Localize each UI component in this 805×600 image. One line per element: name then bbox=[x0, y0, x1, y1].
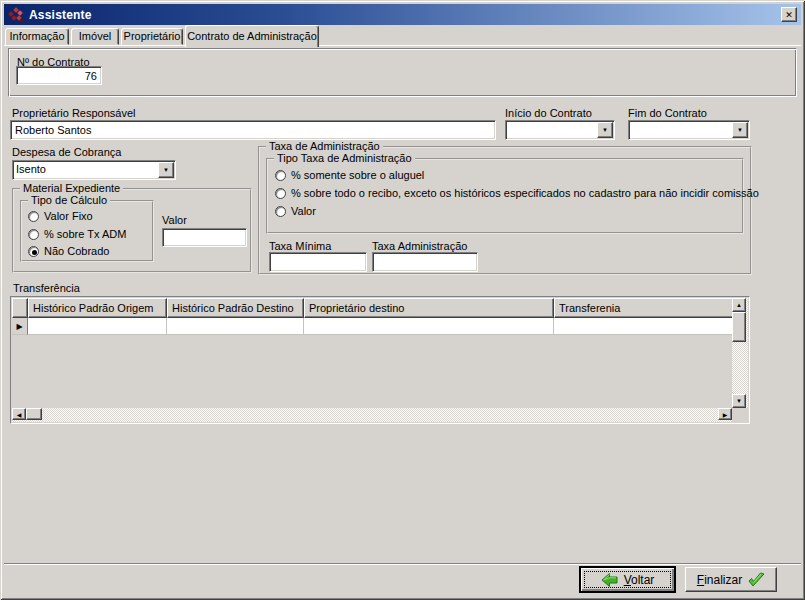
taxa-administracao-group: Taxa de Administração Tipo Taxa de Admin… bbox=[258, 146, 752, 275]
chevron-down-icon[interactable]: ▼ bbox=[597, 122, 613, 138]
contract-number-input[interactable]: 76 bbox=[16, 66, 102, 85]
radio-somente-aluguel[interactable]: % somente sobre o aluguel bbox=[275, 169, 424, 181]
owner-input[interactable]: Roberto Santos bbox=[10, 120, 496, 140]
contract-end-combo[interactable]: ▼ bbox=[628, 120, 750, 140]
tipo-taxa-title: Tipo Taxa de Administração bbox=[274, 152, 415, 164]
grid-header-proprietario[interactable]: Proprietário destino bbox=[304, 298, 554, 318]
grid-header-indicator bbox=[12, 298, 28, 318]
grid-header-row: Histórico Padrão Origem Histórico Padrão… bbox=[12, 298, 732, 318]
vertical-scrollbar[interactable]: ▲ ▼ bbox=[732, 298, 748, 408]
billing-expense-combo[interactable]: Isento ▼ bbox=[12, 160, 176, 180]
vertical-scroll-thumb[interactable] bbox=[732, 312, 746, 342]
grid-header-origem[interactable]: Histórico Padrão Origem bbox=[28, 298, 167, 318]
chevron-down-icon[interactable]: ▼ bbox=[158, 162, 174, 178]
chevron-down-icon[interactable]: ▼ bbox=[732, 122, 748, 138]
taxa-administracao-label: Taxa Administração bbox=[372, 240, 467, 252]
footer-divider bbox=[4, 563, 801, 565]
app-icon bbox=[8, 7, 24, 23]
transfer-grid: Histórico Padrão Origem Histórico Padrão… bbox=[10, 296, 750, 424]
tipo-calculo-group: Tipo de Cálculo Valor Fixo % sobre Tx AD… bbox=[20, 200, 154, 262]
finalizar-button[interactable]: Finalizar bbox=[685, 567, 777, 592]
radio-icon bbox=[275, 188, 286, 199]
tipo-calculo-title: Tipo de Cálculo bbox=[28, 194, 110, 206]
voltar-label: Voltar bbox=[624, 573, 655, 587]
taxa-minima-input[interactable] bbox=[269, 252, 367, 272]
horizontal-scrollbar[interactable]: ◀ ▶ bbox=[12, 408, 732, 422]
contract-start-label: Início do Contrato bbox=[505, 107, 592, 119]
scroll-left-icon[interactable]: ◀ bbox=[12, 408, 26, 420]
check-icon bbox=[748, 572, 765, 588]
contract-start-combo[interactable]: ▼ bbox=[505, 120, 615, 140]
transfer-label: Transferência bbox=[13, 282, 80, 294]
radio-icon bbox=[28, 229, 39, 240]
radio-icon bbox=[28, 211, 39, 222]
close-button[interactable]: ✕ bbox=[781, 7, 797, 22]
taxa-administracao-title: Taxa de Administração bbox=[266, 140, 383, 152]
contract-number-panel: Nº do Contrato 76 bbox=[8, 48, 797, 97]
material-expediente-group: Material Expediente Tipo de Cálculo Valo… bbox=[12, 188, 252, 273]
scroll-down-icon[interactable]: ▼ bbox=[732, 394, 746, 408]
voltar-button[interactable]: Voltar bbox=[580, 567, 675, 592]
material-expediente-title: Material Expediente bbox=[20, 182, 123, 194]
valor-input[interactable] bbox=[162, 228, 247, 247]
table-row[interactable]: ▶ bbox=[12, 318, 732, 335]
tab-informacao[interactable]: Informação bbox=[5, 28, 69, 45]
tipo-taxa-group: Tipo Taxa de Administração % somente sob… bbox=[266, 158, 744, 234]
finalizar-label: Finalizar bbox=[697, 573, 742, 587]
radio-nao-cobrado[interactable]: Não Cobrado bbox=[28, 245, 109, 257]
valor-label: Valor bbox=[162, 214, 187, 226]
titlebar: Assistente ✕ bbox=[4, 4, 801, 25]
back-arrow-icon bbox=[601, 572, 618, 588]
radio-valor[interactable]: Valor bbox=[275, 205, 316, 217]
horizontal-scroll-thumb[interactable] bbox=[26, 408, 42, 420]
taxa-administracao-input[interactable] bbox=[372, 252, 478, 272]
owner-label: Proprietário Responsável bbox=[12, 107, 136, 119]
contract-end-label: Fim do Contrato bbox=[628, 107, 707, 119]
radio-icon bbox=[28, 246, 39, 257]
billing-expense-label: Despesa de Cobrança bbox=[12, 146, 121, 158]
tab-page-edge bbox=[4, 45, 801, 47]
scroll-right-icon[interactable]: ▶ bbox=[718, 408, 732, 420]
radio-valor-fixo[interactable]: Valor Fixo bbox=[28, 210, 93, 222]
radio-icon bbox=[275, 206, 286, 217]
close-icon: ✕ bbox=[785, 10, 793, 20]
tab-strip: Informação Imóvel Proprietário Contrato … bbox=[0, 25, 805, 47]
grid-header-transferencia[interactable]: Transferenia bbox=[554, 298, 734, 318]
tab-contrato-administracao[interactable]: Contrato de Administração bbox=[185, 25, 319, 47]
radio-sobre-tx-adm[interactable]: % sobre Tx ADM bbox=[28, 228, 126, 240]
window-title: Assistente bbox=[29, 8, 92, 22]
grid-header-destino[interactable]: Histórico Padrão Destino bbox=[167, 298, 304, 318]
tab-proprietario[interactable]: Proprietário bbox=[121, 28, 183, 45]
row-indicator-icon: ▶ bbox=[12, 318, 28, 335]
taxa-minima-label: Taxa Mínima bbox=[269, 240, 331, 252]
radio-todo-recibo[interactable]: % sobre todo o recibo, exceto os históri… bbox=[275, 187, 759, 199]
tab-imovel[interactable]: Imóvel bbox=[71, 28, 119, 45]
assistente-dialog: Assistente ✕ Informação Imóvel Proprietá… bbox=[0, 0, 805, 600]
scroll-up-icon[interactable]: ▲ bbox=[732, 298, 746, 312]
radio-icon bbox=[275, 170, 286, 181]
